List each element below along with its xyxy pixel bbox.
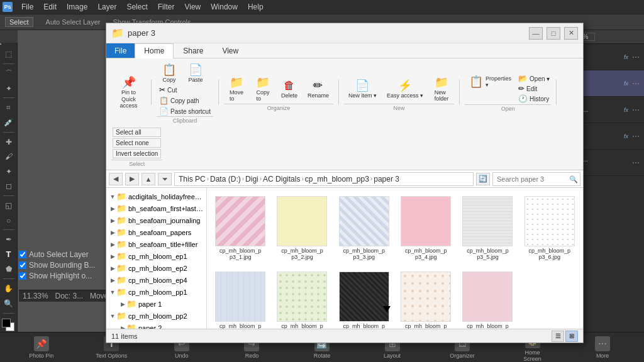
tree-item-paper1[interactable]: ▶ 📁 paper 1 [106, 298, 206, 310]
tab-home[interactable]: Home [135, 43, 174, 58]
tree-item-ep1[interactable]: ▶ 📁 cp_mh_bloom_ep1 [106, 250, 206, 262]
menu-filter[interactable]: Filter [153, 1, 180, 13]
healing-tool[interactable]: ✚ [2, 135, 16, 149]
menu-select[interactable]: Select [121, 1, 152, 13]
tab-view[interactable]: View [213, 43, 248, 58]
tree-arrow-paper2[interactable]: ▶ [119, 324, 126, 329]
tree-item-ep2[interactable]: ▶ 📁 cp_mh_bloom_ep2 [106, 262, 206, 274]
move-to-button[interactable]: 📁 Moveto [224, 74, 249, 104]
tab-share[interactable]: Share [174, 43, 213, 58]
easy-access-button[interactable]: ⚡ Easy access ▾ [382, 77, 428, 101]
eyedropper-tool[interactable]: 💉 [2, 116, 16, 129]
addr-part-data[interactable]: Data (D:) [210, 175, 241, 184]
color-swatches[interactable] [2, 319, 16, 332]
file-item-1[interactable]: cp_mh_bloom_pp3_1.jpg [212, 193, 269, 263]
grid-view-button[interactable]: ⊞ [565, 331, 578, 342]
show-highlight-checkbox[interactable] [19, 272, 26, 280]
tree-arrow-pp1[interactable]: ▼ [109, 288, 116, 296]
menu-help[interactable]: Help [243, 1, 269, 13]
history-action[interactable]: 🕐 History [518, 94, 550, 103]
tree-item-seafoam4[interactable]: ▶ 📁 bh_seafoam_title+filler [106, 238, 206, 250]
tree-item-seafoam1[interactable]: ▶ 📁 bh_seafoam_first+lastp... [106, 202, 206, 214]
menu-file[interactable]: File [16, 1, 38, 13]
new-item-button[interactable]: 📄 New item ▾ [344, 77, 381, 101]
open-action[interactable]: 📂 Open ▾ [518, 74, 550, 83]
shape-tool[interactable]: ⬟ [2, 263, 16, 277]
tree-arrow-seafoam1[interactable]: ▶ [109, 205, 116, 212]
show-bounding-check[interactable]: Show Bounding B... [19, 261, 95, 270]
menu-image[interactable]: Image [62, 1, 92, 13]
brush-tool[interactable]: 🖌 [2, 150, 16, 163]
tree-item-seafoam2[interactable]: ▶ 📁 bh_seafoam_journaling [106, 214, 206, 226]
tree-item-paper2[interactable]: ▶ 📁 paper 2 [106, 322, 206, 329]
file-item-11[interactable]: cp_mh_bloom_pp3_11.jpg [459, 268, 516, 329]
forward-button[interactable]: ▶ [125, 173, 139, 185]
cut-action[interactable]: ✂ Cut [158, 85, 212, 95]
pen-tool[interactable]: ✒ [2, 233, 16, 246]
tree-item-acdigitals[interactable]: ▼ 📁 acdigitals_holidayfreebi... [106, 190, 206, 202]
layer-more-textbox4[interactable]: ⋯ [630, 53, 641, 62]
refresh-button[interactable]: 🔄 [476, 173, 490, 185]
close-button[interactable]: ✕ [564, 27, 578, 40]
clipboard-copy-button[interactable]: 📋 Copy [157, 61, 182, 85]
clone-tool[interactable]: ✦ [2, 165, 16, 178]
tree-arrow-ep2[interactable]: ▶ [109, 265, 116, 272]
copy-path-action[interactable]: 📋 Copy path [158, 96, 212, 106]
photo-pin-button[interactable]: 📌 Photo Pin [24, 336, 58, 359]
recent-button[interactable]: ⏷ [158, 173, 172, 185]
layer-more-callison1[interactable]: ⋯ [630, 106, 641, 114]
up-button[interactable]: ▲ [142, 173, 155, 185]
selection-tool[interactable]: ⬚ [2, 48, 16, 62]
more-button[interactable]: ⋯ More [586, 336, 620, 359]
crop-tool[interactable]: ⌗ [2, 101, 16, 114]
menu-layer[interactable]: Layer [92, 1, 121, 13]
menu-window[interactable]: Window [206, 1, 243, 13]
search-input[interactable] [492, 172, 580, 186]
tree-arrow-acdigitals[interactable]: ▼ [109, 193, 116, 200]
tree-arrow-seafoam3[interactable]: ▶ [109, 229, 116, 236]
copy-to-button[interactable]: 📁 Copyto [250, 74, 275, 104]
tab-file[interactable]: File [106, 43, 135, 58]
address-path[interactable]: This PC › Data (D:) › Digi › AC Digitals… [174, 172, 474, 186]
clipboard-paste-button[interactable]: 📄 Paste [183, 61, 208, 85]
foreground-color-swatch[interactable] [2, 319, 11, 327]
layer-more-textbox5[interactable]: ⋯ [630, 79, 641, 88]
file-item-9[interactable]: cp_mh_bloom_pp3_9.jpg [336, 268, 392, 329]
tree-item-ep4[interactable]: ▶ 📁 cp_mh_bloom_ep4 [106, 274, 206, 286]
file-item-6[interactable]: cp_mh_bloom_pp3_6.jpg [521, 193, 578, 263]
file-item-2[interactable]: cp_mh_bloom_pp3_2.jpg [274, 193, 330, 263]
layer-more-callison2[interactable]: ⋯ [630, 158, 641, 167]
auto-select-layer-checkbox[interactable] [19, 251, 26, 258]
text-tool[interactable]: T [2, 248, 16, 261]
maximize-button[interactable]: □ [547, 27, 560, 40]
eraser-tool[interactable]: ◻ [2, 180, 16, 194]
addr-part-digi[interactable]: Digi [245, 175, 258, 184]
show-highlight-check[interactable]: Show Highlight o... [19, 272, 95, 280]
addr-part-thispc[interactable]: This PC [179, 175, 206, 184]
new-folder-button[interactable]: 📁 Newfolder [429, 74, 454, 104]
addr-part-ac[interactable]: AC Digitals [263, 175, 300, 184]
back-button[interactable]: ◀ [109, 173, 123, 185]
addr-part-bloom[interactable]: cp_mh_bloom_pp3 [305, 175, 369, 184]
hand-tool[interactable]: ✋ [2, 282, 16, 295]
minimize-button[interactable]: — [529, 27, 543, 40]
zoom-tool[interactable]: 🔍 [2, 297, 16, 310]
dodge-tool[interactable]: ○ [2, 214, 16, 228]
magic-wand-tool[interactable]: ✦ [2, 82, 16, 96]
menu-edit[interactable]: Edit [38, 1, 62, 13]
tree-item-seafoam3[interactable]: ▶ 📁 bh_seafoam_papers [106, 226, 206, 238]
auto-select-layer-check[interactable]: Auto Select Layer [19, 250, 95, 259]
paste-shortcut-action[interactable]: 📄 Paste shortcut [158, 106, 212, 116]
select-none-action[interactable]: Select none [113, 138, 161, 148]
file-item-4[interactable]: cp_mh_bloom_pp3_4.jpg [397, 193, 454, 263]
ribbon-pin-button[interactable]: 📌 Pin to Quickaccess [111, 74, 146, 111]
select-dropdown[interactable]: Select [5, 17, 33, 27]
file-item-7[interactable]: cp_mh_bloom_pp3_7.jpg [212, 268, 269, 329]
gradient-tool[interactable]: ◱ [2, 199, 16, 212]
show-bounding-checkbox[interactable] [19, 261, 26, 269]
delete-button[interactable]: 🗑 Delete [277, 77, 302, 101]
select-all-action[interactable]: Select all [113, 128, 161, 137]
tree-arrow-paper1[interactable]: ▶ [119, 300, 126, 308]
menu-view[interactable]: View [179, 1, 206, 13]
tree-arrow-ep1[interactable]: ▶ [109, 253, 116, 260]
